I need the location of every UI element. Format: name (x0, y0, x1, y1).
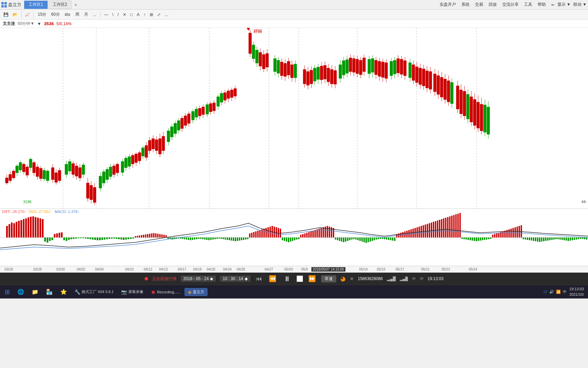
svg-rect-357 (196, 237, 197, 239)
svg-rect-176 (317, 67, 320, 79)
taskbar-browser-icon[interactable]: 🌐 (14, 287, 28, 296)
svg-rect-254 (460, 90, 462, 114)
svg-rect-514 (517, 227, 518, 237)
svg-rect-331 (143, 235, 144, 237)
fibonacci-tool[interactable]: ⤢ (156, 12, 162, 18)
rect-tool[interactable]: □ (129, 12, 134, 18)
svg-rect-304 (80, 237, 82, 238)
add-workspace-button[interactable]: + (72, 1, 79, 8)
svg-rect-230 (415, 67, 418, 82)
svg-rect-332 (145, 234, 146, 237)
taskbar-store-icon[interactable]: 🏪 (43, 287, 56, 296)
taskbar-favorites-icon[interactable]: ⭐ (57, 287, 70, 296)
playback-time-display[interactable]: 10 : 30 : 14 ◆ (220, 276, 250, 282)
main-chart-area[interactable]: 3196 (0, 28, 588, 209)
playback-close-button[interactable]: ✕ (350, 276, 354, 281)
taskbar-explorer-icon[interactable]: 📁 (28, 287, 42, 296)
tf-15min[interactable]: 15分 (36, 11, 48, 18)
trend-line-tool[interactable]: \ (111, 12, 115, 18)
svg-rect-268 (484, 105, 486, 132)
tf-week[interactable]: 周 (73, 11, 81, 18)
menu-shidpan[interactable]: 实盘开户 (440, 2, 456, 7)
svg-rect-110 (184, 116, 187, 125)
rewind-button[interactable]: ⏪ (267, 275, 278, 282)
tf-more[interactable]: ... (91, 11, 98, 18)
svg-rect-59 (93, 187, 96, 202)
svg-rect-430 (345, 237, 346, 242)
workspace-tab-2[interactable]: 工作区2 (48, 1, 72, 9)
recording-app-label: Recording...... (157, 290, 180, 294)
speed-label[interactable]: 常速 (321, 275, 336, 282)
taskbar-screen-recorder[interactable]: 📷 屏幕录像 (118, 288, 147, 296)
x-label-0522: 05/22 (441, 267, 450, 271)
menu-xitong[interactable]: 系统 (461, 2, 470, 7)
playback-date-display[interactable]: 2018 - 05 - 24 ◆ (181, 276, 216, 282)
svg-rect-158 (280, 62, 283, 76)
tf-60min[interactable]: 60分 (49, 11, 62, 18)
arrow-up-tool[interactable]: ↑ (142, 12, 147, 18)
more-tools-button[interactable]: ... (163, 12, 169, 18)
keyboard-tray-icon[interactable]: 中 (563, 289, 567, 294)
playback-date-arrow: ◆ (210, 276, 213, 281)
svg-rect-154 (274, 59, 276, 72)
macd-chart (0, 209, 588, 266)
taskbar-start-button[interactable]: ⊞ (1, 287, 13, 297)
step-back-button[interactable]: ⏮ (255, 275, 263, 282)
svg-rect-208 (375, 60, 377, 75)
svg-rect-434 (353, 237, 355, 239)
svg-rect-174 (313, 68, 316, 81)
hline-tool[interactable]: — (103, 12, 110, 18)
svg-rect-186 (334, 71, 337, 84)
text-tool[interactable]: A (135, 12, 141, 18)
svg-rect-288 (42, 219, 44, 237)
grid-tool[interactable]: ⊞ (148, 12, 154, 18)
taskbar-recording-app[interactable]: ⏺ Recording...... (147, 288, 183, 296)
stock-info-bar: 文主连 60分钟▼ ▼ 3536 5/0.14% (0, 20, 588, 28)
cross-tool[interactable]: ✕ (121, 12, 128, 18)
save-button[interactable]: 💾 (2, 12, 10, 18)
svg-rect-443 (372, 237, 373, 241)
svg-rect-403 (290, 237, 291, 242)
toolbar-separator-2 (33, 11, 34, 18)
tf-month[interactable]: 月 (82, 11, 90, 18)
playback-time-text: 10 : 30 : 14 (223, 276, 243, 281)
taskbar-format-factory[interactable]: 🔧 格式工厂 X64 5.8.1 (71, 288, 117, 296)
svg-rect-376 (235, 237, 236, 241)
display-button[interactable]: 显示 ▼ (557, 2, 571, 7)
panlifang-icon: ◈ (188, 289, 192, 295)
svg-rect-495 (478, 237, 479, 241)
tf-4hr[interactable]: 4hr (63, 11, 72, 18)
login-icon[interactable]: ⇐ (551, 2, 555, 7)
liandong-button[interactable]: 联动 ▼ (573, 2, 587, 7)
stock-period[interactable]: 60分钟▼ (18, 21, 34, 27)
volume-tray-icon[interactable]: 🔊 (549, 290, 554, 294)
workspace-tab-1[interactable]: 工作区1 (24, 1, 48, 9)
menu-bangzhu[interactable]: 帮助 (538, 2, 546, 7)
taskbar-clock[interactable]: 19:13:03 2021/10/ (569, 287, 584, 297)
stop-button[interactable] (297, 276, 303, 282)
svg-rect-385 (253, 232, 255, 237)
fast-forward-button[interactable]: ⏩ (307, 275, 317, 282)
svg-rect-542 (574, 237, 575, 240)
menu-jiaoyi[interactable]: 交易 (475, 2, 483, 7)
svg-rect-447 (380, 237, 381, 239)
svg-rect-184 (330, 70, 333, 84)
svg-rect-355 (192, 237, 193, 240)
taskbar-panlifang[interactable]: ◈ 盘立方 (184, 288, 208, 296)
menu-gongju[interactable]: 工具 (524, 2, 532, 7)
menu-jiaoliu[interactable]: 交流分享 (502, 2, 519, 7)
svg-rect-106 (177, 121, 180, 130)
chart-type-button[interactable]: 📈 (23, 12, 31, 18)
menu-huifang[interactable]: 回放 (489, 2, 497, 7)
svg-rect-335 (151, 233, 152, 237)
open-button[interactable]: 📂 (11, 12, 19, 18)
svg-rect-521 (531, 237, 532, 241)
pause-button[interactable]: ⏸ (282, 275, 293, 283)
svg-rect-494 (476, 237, 477, 241)
svg-rect-290 (47, 237, 48, 243)
svg-rect-33 (43, 170, 46, 179)
svg-rect-11 (5, 178, 8, 183)
svg-rect-533 (555, 237, 557, 239)
svg-rect-451 (388, 237, 389, 240)
ray-tool[interactable]: / (116, 12, 120, 18)
